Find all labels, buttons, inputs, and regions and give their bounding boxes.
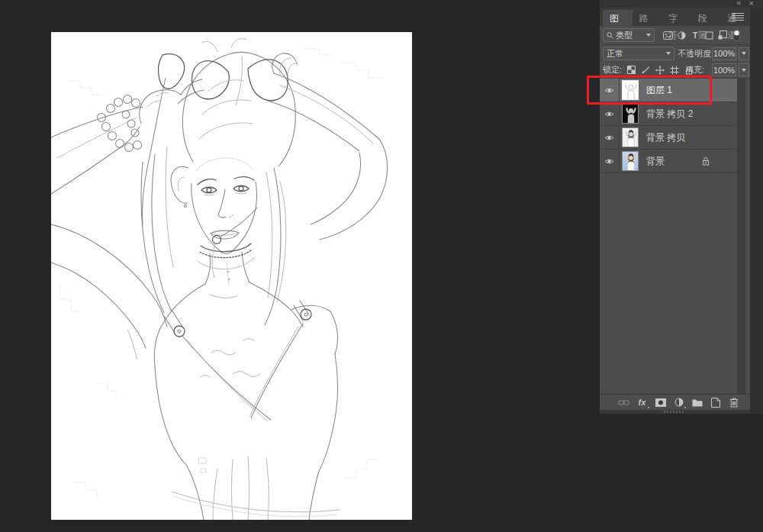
tab-character[interactable]: 字符 (662, 10, 691, 26)
collapse-panel-button[interactable]: « (736, 0, 740, 8)
lock-image-pixels-button[interactable] (640, 64, 651, 76)
chevron-down-icon (646, 34, 651, 37)
layer-row-background-copy-2[interactable]: 背景 拷贝 2 (600, 102, 737, 126)
tab-paragraph[interactable]: 段落 (691, 10, 721, 26)
panel-resize-grip[interactable] (600, 410, 750, 414)
shape-layer-filter-button[interactable] (703, 29, 714, 41)
pixel-layer-filter-icon (663, 31, 673, 40)
layer-row-background-copy[interactable]: 背景 拷贝 (600, 126, 737, 150)
link-icon (618, 399, 629, 406)
filter-toggle-icon (733, 30, 740, 41)
fx-icon: fx (639, 398, 646, 407)
lock-transparent-icon (627, 66, 636, 74)
layer-name: 背景 拷贝 (646, 131, 685, 144)
layer-thumbnail[interactable] (622, 151, 639, 171)
visibility-toggle[interactable] (600, 102, 620, 125)
lock-label: 锁定: (603, 64, 622, 76)
panel-body: 图层 路径 字符 段落 通道 类型 (600, 8, 750, 414)
chevron-down-icon (742, 52, 746, 55)
close-panel-button[interactable]: × (749, 0, 754, 8)
delete-layer-button[interactable] (728, 396, 739, 408)
blend-mode-dropdown[interactable]: 正常 (603, 47, 674, 60)
blend-mode-row: 正常 不透明度: 100% (600, 45, 750, 62)
layer-style-button[interactable]: fx (636, 396, 648, 408)
document-canvas[interactable] (51, 32, 412, 520)
opacity-dropdown-button[interactable] (739, 47, 749, 60)
layers-panel: « × 图层 路径 字符 段落 通道 类型 (600, 0, 763, 414)
new-layer-icon (711, 398, 720, 408)
lock-artboard-button[interactable] (669, 64, 680, 76)
sketch-artwork (51, 32, 412, 520)
layer-filter-row: 类型 T (600, 26, 750, 45)
type-layer-filter-button[interactable]: T (690, 29, 700, 41)
move-icon (655, 66, 665, 75)
tab-paths[interactable]: 路径 (633, 10, 662, 26)
pixel-layer-filter-button[interactable] (662, 29, 673, 41)
link-layers-button[interactable] (618, 396, 629, 408)
opacity-value: 100% (713, 49, 735, 58)
opacity-input[interactable]: 100% (712, 47, 736, 60)
application-window: « × 图层 路径 字符 段落 通道 类型 (0, 0, 763, 532)
adjustment-layer-icon (674, 398, 684, 407)
filter-kind-label: 类型 (616, 30, 642, 41)
visibility-toggle[interactable] (600, 126, 620, 149)
smart-object-filter-button[interactable] (717, 29, 728, 41)
chevron-down-icon (742, 69, 746, 72)
fill-input[interactable]: 100% (712, 63, 736, 76)
opacity-label: 不透明度: (678, 48, 713, 60)
new-layer-button[interactable] (710, 396, 721, 408)
annotation-highlight-box (587, 76, 712, 105)
fill-value: 100% (713, 66, 735, 75)
layer-name: 背景 (646, 155, 665, 168)
eye-icon (604, 134, 614, 141)
eye-icon (604, 158, 614, 165)
search-icon (607, 32, 613, 39)
lock-position-button[interactable] (655, 64, 665, 76)
visibility-toggle[interactable] (600, 150, 620, 172)
blend-mode-value: 正常 (607, 48, 665, 60)
layers-panel-toolbar: fx (600, 394, 750, 410)
layer-mask-icon (655, 398, 666, 407)
layer-locked-icon (702, 156, 710, 166)
trash-icon (729, 398, 739, 408)
type-filter-icon: T (693, 31, 698, 40)
layer-thumbnail[interactable] (622, 127, 639, 147)
layer-name: 背景 拷贝 2 (646, 108, 693, 121)
tab-layers[interactable]: 图层 (603, 10, 633, 26)
chevron-down-icon (666, 52, 671, 55)
fill-dropdown-button[interactable] (739, 63, 749, 76)
new-adjustment-layer-button[interactable] (673, 396, 684, 408)
layer-list-scrollbar[interactable] (737, 79, 745, 394)
artboard-icon (670, 66, 679, 75)
adjustment-filter-icon (678, 31, 686, 40)
new-group-button[interactable] (691, 396, 703, 408)
layer-thumbnail[interactable] (622, 104, 639, 124)
filter-toggle-button[interactable] (731, 29, 742, 41)
panel-titlebar: « × (600, 0, 763, 8)
filter-kind-dropdown[interactable]: 类型 (603, 28, 655, 42)
add-layer-mask-button[interactable] (655, 396, 666, 408)
shape-filter-icon (705, 31, 713, 40)
panel-tab-bar: 图层 路径 字符 段落 通道 (600, 8, 750, 26)
eye-icon (604, 111, 614, 118)
smart-object-filter-icon (718, 31, 727, 40)
brush-icon (642, 66, 650, 74)
fill-label: 填充: (685, 64, 704, 76)
adjustment-layer-filter-button[interactable] (676, 29, 687, 41)
folder-icon (692, 398, 703, 407)
panel-menu-button[interactable] (732, 11, 744, 22)
layer-list: 图层 1 背景 拷贝 2 (600, 79, 750, 394)
layer-row-background[interactable]: 背景 (600, 150, 737, 173)
lock-transparent-pixels-button[interactable] (626, 64, 636, 76)
